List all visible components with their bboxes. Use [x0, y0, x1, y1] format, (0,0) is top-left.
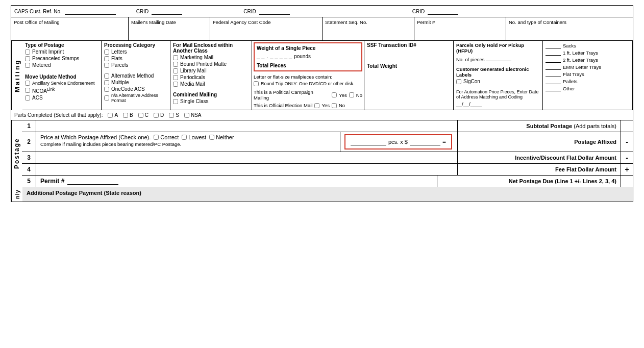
political-yes-checkbox[interactable] [332, 92, 337, 97]
political-yes-label: Yes [339, 92, 347, 98]
part-nsa-checkbox[interactable] [184, 113, 189, 118]
bound-printed-checkbox[interactable] [173, 62, 178, 67]
part-d-checkbox[interactable] [154, 113, 159, 118]
ancillary-row: Ancillary Service Endorsement [25, 81, 98, 86]
multiple-checkbox[interactable] [104, 80, 109, 85]
ncoalink-checkbox[interactable] [25, 88, 30, 93]
onecode-row: OneCode ACS [104, 86, 167, 92]
part-s: S [169, 112, 179, 118]
na-alt-row: n/a Alternative Address Format [104, 93, 167, 103]
library-mail-checkbox[interactable] [173, 68, 178, 73]
library-mail-row: Library Mail [173, 68, 249, 73]
alt-method-label: Alternative Method [111, 73, 154, 79]
postage-row-4-content [36, 164, 457, 175]
marketing-mail-checkbox[interactable] [173, 55, 178, 60]
election-no-checkbox[interactable] [332, 103, 337, 108]
postage-row-5-num: 5 [22, 176, 36, 187]
postage-row-4: 4 Fee Flat Dollar Amount + [22, 164, 633, 176]
postage-row-1-sign [621, 120, 633, 132]
onecode-checkbox[interactable] [104, 87, 109, 92]
flat-trays-field[interactable] [546, 71, 561, 77]
part-b-checkbox[interactable] [123, 113, 128, 118]
containers-column: Sacks 1 ft. Letter Trays 2 ft. Letter Tr… [543, 41, 604, 110]
postage-row-2-content: Price at Which Postage Affixed (Check on… [36, 132, 340, 152]
election-yes-label: Yes [321, 103, 330, 108]
parcels-checkbox[interactable] [104, 63, 109, 68]
containers-cell: No. and type of Containers [506, 17, 578, 40]
political-no-checkbox[interactable] [349, 92, 354, 97]
precanceled-stamps-checkbox[interactable] [25, 56, 30, 61]
letters-checkbox[interactable] [104, 49, 109, 55]
subtotal-label: Subtotal Postage [526, 123, 572, 129]
part-b-label: B [130, 112, 133, 118]
correct-label: Correct [160, 134, 179, 140]
caps-value-field[interactable] [65, 8, 116, 15]
crid-1-field[interactable] [152, 8, 182, 15]
part-s-checkbox[interactable] [169, 113, 174, 118]
permit-row5-field[interactable] [67, 178, 118, 185]
postage-row-3-content [36, 152, 457, 163]
pcs-input[interactable] [351, 138, 386, 145]
periodicals-checkbox[interactable] [173, 75, 178, 80]
sacks-field[interactable] [546, 42, 561, 48]
part-c-label: C [145, 112, 148, 118]
letter-flat-label: Letter or flat-size mailpieces contain: [254, 74, 362, 80]
marketing-mail-row: Marketing Mail [173, 55, 249, 60]
part-a: A [108, 112, 118, 118]
media-mail-checkbox[interactable] [173, 82, 178, 87]
pallets-label: Pallets [563, 79, 578, 84]
part-b: B [123, 112, 133, 118]
correct-checkbox[interactable] [154, 135, 159, 140]
other-field[interactable] [546, 85, 561, 91]
move-update-section: Move Update Method Ancillary Service End… [25, 74, 98, 101]
letter-trays-1ft-field[interactable] [546, 49, 561, 56]
election-yes-checkbox[interactable] [314, 103, 319, 108]
marketing-mail-label: Marketing Mail [180, 55, 213, 60]
part-c-checkbox[interactable] [138, 113, 143, 118]
lowest-checkbox[interactable] [182, 135, 187, 140]
crid-3-field[interactable] [428, 8, 458, 15]
caps-row: CAPS Cust. Ref. No. CRID CRID CRID [11, 6, 633, 17]
single-class-checkbox[interactable] [173, 99, 178, 104]
sigcon-checkbox[interactable] [456, 79, 461, 84]
na-alt-checkbox[interactable] [104, 95, 109, 101]
multiple-row: Multiple [104, 80, 167, 85]
dollar-input[interactable] [410, 138, 440, 145]
permit-imprint-checkbox[interactable] [25, 49, 30, 55]
letters-row: Letters [104, 49, 167, 55]
alt-method-checkbox[interactable] [104, 73, 109, 79]
ancillary-checkbox[interactable] [25, 81, 30, 86]
part-a-label: A [114, 112, 118, 118]
round-trip-checkbox[interactable] [254, 81, 259, 86]
emm-trays-field[interactable] [546, 64, 561, 70]
acs-checkbox[interactable] [25, 95, 30, 101]
part-a-checkbox[interactable] [108, 113, 113, 118]
parcels-row: Parcels [104, 62, 167, 68]
type-of-postage-cell: Type of Postage Permit Imprint Precancel… [22, 41, 102, 110]
metered-checkbox[interactable] [25, 63, 30, 68]
parts-row: Parts Completed (Select all that apply):… [11, 110, 633, 120]
move-update-label: Move Update Method [25, 74, 98, 80]
mailing-main-row: Type of Postage Permit Imprint Precancel… [22, 41, 632, 110]
flats-checkbox[interactable] [104, 56, 109, 61]
single-class-row: Single Class [173, 98, 249, 104]
permit-cell: Permit # [414, 17, 506, 40]
letter-trays-2ft-field[interactable] [546, 57, 561, 63]
bound-printed-row: Bound Printed Matte [173, 61, 249, 67]
emm-trays-label: EMM Letter Trays [563, 64, 601, 70]
alt-method-row: Alternative Method [104, 73, 167, 79]
neither-option: Neither [209, 134, 234, 140]
neither-checkbox[interactable] [209, 135, 214, 140]
equals-sign: = [442, 138, 446, 145]
crid-2-field[interactable] [259, 8, 290, 15]
postage-row-1-content [36, 120, 457, 132]
part-nsa-label: NSA [191, 112, 202, 118]
pallets-field[interactable] [546, 78, 561, 84]
postage-row-1: 1 Subtotal Postage (Add parts totals) [22, 120, 633, 132]
other-label: Other [563, 86, 575, 91]
onecode-label: OneCode ACS [111, 86, 145, 92]
other-item: Other [546, 85, 601, 91]
no-pieces-field[interactable] [486, 55, 511, 61]
parcels-customer-cell: Parcels Only Hold For Pickup (HFPU) No. … [454, 41, 543, 110]
letters-label: Letters [111, 49, 127, 55]
